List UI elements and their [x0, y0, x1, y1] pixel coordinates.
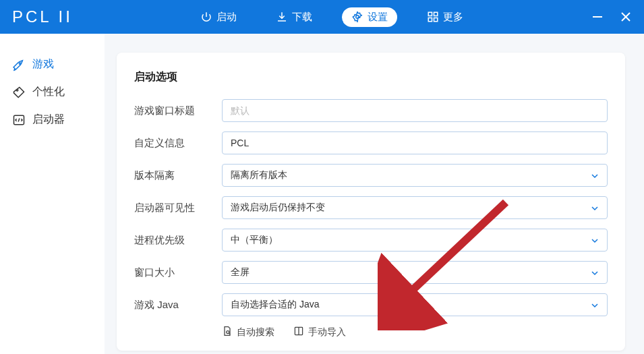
- svg-rect-1: [429, 12, 432, 16]
- java-actions: 自动搜索 手动导入: [222, 326, 608, 338]
- sidebar-game-label: 游戏: [32, 57, 54, 71]
- nav-download[interactable]: 下载: [266, 7, 322, 27]
- row-java: 游戏 Java 自动选择合适的 Java: [134, 293, 608, 316]
- launch-options-card: 启动选项 游戏窗口标题 自定义信息 版本隔离 隔离所有版本 启动器可见性 游戏: [117, 53, 625, 351]
- app-logo: PCL II: [12, 7, 73, 26]
- auto-search-button[interactable]: 自动搜索: [222, 326, 274, 338]
- manual-import-label: 手动导入: [308, 326, 346, 338]
- label-priority: 进程优先级: [134, 234, 222, 247]
- row-priority: 进程优先级 中（平衡）: [134, 229, 608, 252]
- svg-point-9: [16, 89, 18, 91]
- nav-more-label: 更多: [443, 11, 463, 24]
- row-window-title: 游戏窗口标题: [134, 99, 608, 122]
- nav-download-label: 下载: [292, 11, 312, 24]
- input-custom-info[interactable]: [222, 131, 608, 154]
- select-window-size-value: 全屏: [231, 266, 250, 278]
- select-isolation-value: 隔离所有版本: [231, 169, 287, 181]
- select-java[interactable]: 自动选择合适的 Java: [222, 293, 608, 316]
- select-window-size[interactable]: 全屏: [222, 261, 608, 284]
- svg-rect-3: [429, 18, 432, 22]
- card-title: 启动选项: [134, 70, 608, 84]
- chevron-down-icon: [591, 301, 599, 309]
- nav-center: 启动 下载 设置 更多: [73, 7, 591, 27]
- auto-search-label: 自动搜索: [237, 326, 274, 338]
- sidebar-personalize-label: 个性化: [32, 85, 65, 99]
- label-visibility: 启动器可见性: [134, 202, 222, 214]
- input-window-title[interactable]: [222, 99, 608, 122]
- label-window-title: 游戏窗口标题: [134, 105, 222, 117]
- row-visibility: 启动器可见性 游戏启动后仍保持不变: [134, 196, 608, 219]
- label-custom-info: 自定义信息: [134, 137, 222, 150]
- sidebar-item-game[interactable]: 游戏: [0, 51, 105, 78]
- content: 启动选项 游戏窗口标题 自定义信息 版本隔离 隔离所有版本 启动器可见性 游戏: [105, 34, 644, 354]
- svg-rect-2: [434, 12, 438, 16]
- chevron-down-icon: [591, 171, 599, 179]
- main: 游戏 个性化 启动器 启动选项 游戏窗口标题 自定义信息: [0, 34, 644, 354]
- import-icon: [293, 326, 304, 338]
- select-priority[interactable]: 中（平衡）: [222, 229, 608, 252]
- select-java-value: 自动选择合适的 Java: [231, 299, 319, 311]
- sidebar-item-launcher[interactable]: 启动器: [0, 106, 105, 134]
- code-icon: [12, 113, 26, 127]
- download-icon: [276, 11, 288, 23]
- close-button[interactable]: [620, 11, 632, 23]
- nav-launch[interactable]: 启动: [191, 7, 246, 27]
- row-custom-info: 自定义信息: [134, 131, 608, 154]
- sidebar-launcher-label: 启动器: [32, 113, 65, 127]
- select-visibility-value: 游戏启动后仍保持不变: [231, 202, 325, 214]
- nav-settings-label: 设置: [368, 11, 388, 24]
- label-isolation: 版本隔离: [134, 169, 222, 182]
- tag-icon: [12, 86, 26, 99]
- manual-import-button[interactable]: 手动导入: [293, 326, 346, 338]
- nav-settings[interactable]: 设置: [342, 7, 397, 27]
- grid-icon: [427, 11, 439, 23]
- nav-launch-label: 启动: [216, 11, 237, 24]
- sidebar: 游戏 个性化 启动器: [0, 34, 105, 354]
- select-visibility[interactable]: 游戏启动后仍保持不变: [222, 196, 608, 219]
- label-java: 游戏 Java: [134, 299, 222, 312]
- nav-more[interactable]: 更多: [417, 7, 473, 27]
- gear-icon: [351, 11, 363, 23]
- power-icon: [200, 11, 212, 23]
- row-isolation: 版本隔离 隔离所有版本: [134, 164, 608, 187]
- titlebar: PCL II 启动 下载 设置 更多: [0, 0, 644, 34]
- label-window-size: 窗口大小: [134, 266, 222, 279]
- rocket-icon: [12, 58, 26, 71]
- chevron-down-icon: [591, 236, 599, 244]
- file-search-icon: [222, 326, 233, 338]
- window-controls: [591, 11, 632, 23]
- select-priority-value: 中（平衡）: [231, 234, 278, 246]
- svg-point-8: [19, 63, 21, 65]
- chevron-down-icon: [591, 268, 599, 276]
- svg-point-11: [227, 331, 229, 334]
- sidebar-item-personalize[interactable]: 个性化: [0, 78, 105, 106]
- row-window-size: 窗口大小 全屏: [134, 261, 608, 284]
- svg-rect-4: [434, 18, 438, 22]
- minimize-button[interactable]: [591, 11, 604, 23]
- chevron-down-icon: [591, 204, 599, 212]
- select-isolation[interactable]: 隔离所有版本: [222, 164, 608, 187]
